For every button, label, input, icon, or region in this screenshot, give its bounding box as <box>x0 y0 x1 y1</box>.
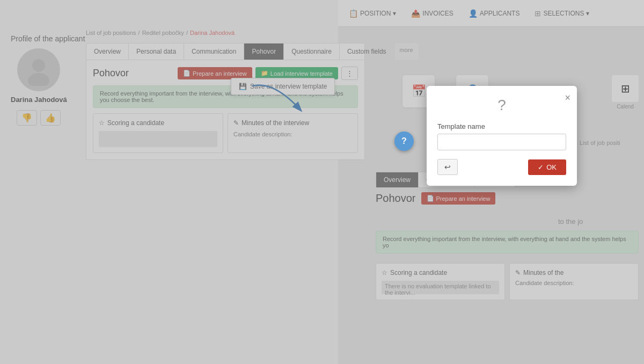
modal-question-mark: ? <box>437 97 566 114</box>
template-name-input[interactable] <box>437 134 566 150</box>
help-bubble[interactable]: ? <box>394 132 414 151</box>
template-name-label: Template name <box>437 122 566 130</box>
modal-dialog: × ? Template name ↩ ✓ OK <box>427 86 577 186</box>
back-icon: ↩ <box>444 163 451 171</box>
back-button[interactable]: ↩ <box>437 159 458 175</box>
modal-footer: ↩ ✓ OK <box>437 159 566 175</box>
modal-close-button[interactable]: × <box>565 92 570 104</box>
check-icon: ✓ <box>538 163 544 171</box>
ok-button[interactable]: ✓ OK <box>528 159 566 175</box>
